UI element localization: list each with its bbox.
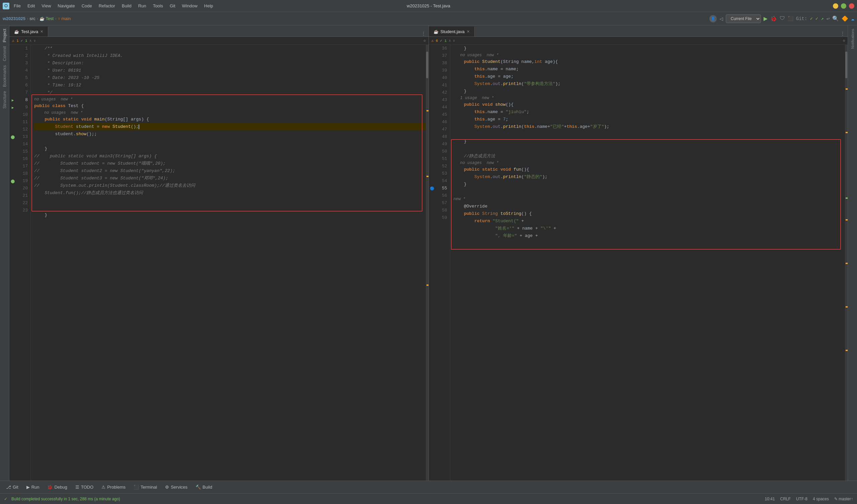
notifications-icon[interactable]: Notifications (849, 28, 856, 50)
left-toolbar-chevron-up[interactable]: ∧ (30, 38, 32, 43)
menu-refactor[interactable]: Refactor (97, 3, 118, 9)
menu-help[interactable]: Help (202, 3, 216, 9)
tab-student-java-label: Student.java (440, 29, 465, 34)
breadcrumb: w20231025 › src › ☕ Test › ⑂ main (3, 16, 71, 21)
menu-window[interactable]: Window (180, 3, 200, 9)
sidebar-item-structure[interactable]: Structure (2, 91, 7, 109)
gc-14 (10, 140, 16, 148)
undo-icon[interactable]: ↩ (826, 15, 830, 22)
sidebar-item-bookmarks[interactable]: Bookmarks (2, 65, 7, 87)
status-branch[interactable]: ✎ master↑ (834, 497, 853, 501)
rln-51: 51 (436, 155, 447, 163)
rcode-44: this.age = 7; (454, 116, 845, 123)
ln-16: 16 (16, 155, 28, 163)
maximize-button[interactable] (841, 3, 846, 9)
left-scroll-thumb[interactable] (426, 52, 428, 78)
status-indent[interactable]: 4 spaces (813, 497, 829, 501)
bc-sep3: › (55, 16, 56, 21)
profile-icon[interactable]: 👤 (709, 15, 717, 22)
right-toolbar-chevron-up[interactable]: ∧ (449, 38, 451, 43)
debug-icon[interactable]: 🐞 (770, 15, 777, 22)
git-icon[interactable]: Git: (796, 16, 807, 21)
minimize-button[interactable] (833, 3, 838, 9)
right-tab-more[interactable]: ⋮ (838, 31, 847, 36)
current-file-dropdown[interactable]: Current File (726, 14, 761, 23)
rgc-58 (429, 207, 436, 214)
right-toolbar-chevron-down[interactable]: ∨ (453, 38, 455, 43)
right-gutter: 🔵 (429, 45, 436, 481)
tab-terminal[interactable]: ⬛ Terminal (130, 483, 161, 491)
java-file-icon: ☕ (14, 30, 19, 34)
menu-view[interactable]: View (39, 3, 53, 9)
left-editor-toolbar: ⚠ 1 ✓ 1 ∧ ∨ ⚙ (10, 37, 428, 45)
ln-12: 12 (16, 126, 28, 133)
menu-code[interactable]: Code (79, 3, 95, 9)
tab-test-java[interactable]: ☕ Test.java ✕ (10, 27, 48, 36)
back-icon[interactable]: ◁ (719, 15, 723, 22)
left-toolbar-settings[interactable]: ⚙ (423, 38, 426, 43)
menu-build[interactable]: Build (119, 3, 134, 9)
rgc-55[interactable]: 🔵 (429, 185, 436, 192)
right-toolbar-settings[interactable]: ⚙ (843, 38, 845, 43)
left-toolbar-chevron-down[interactable]: ∨ (33, 38, 36, 43)
stop-icon[interactable]: ⬛ (788, 16, 793, 21)
menu-navigate[interactable]: Navigate (55, 3, 77, 9)
run-button[interactable]: ▶ (763, 14, 768, 23)
todo-tab-label: TODO (81, 485, 94, 490)
title-bar: ⬡ File Edit View Navigate Code Refactor … (0, 0, 857, 12)
tab-student-java-close[interactable]: ✕ (467, 30, 470, 34)
sidebar-item-commit[interactable]: Commit (2, 46, 7, 61)
breadcrumb-src[interactable]: src (30, 16, 35, 21)
rcode-52: } (454, 181, 845, 188)
tab-run[interactable]: ▶ Run (23, 483, 43, 491)
menu-git[interactable]: Git (167, 3, 178, 9)
cloud-icon[interactable]: ☁ (851, 15, 854, 22)
coverage-icon[interactable]: 🛡 (780, 15, 785, 22)
rym-3 (846, 219, 847, 220)
right-editor-tabs: ☕ Student.java ✕ ⋮ (429, 26, 848, 37)
status-line-ending[interactable]: CRLF (780, 497, 791, 501)
left-tab-more[interactable]: ⋮ (418, 31, 428, 36)
rcode-41: } (454, 88, 845, 95)
ln-3: 3 (16, 60, 28, 67)
breadcrumb-branch[interactable]: ⑂ main (58, 16, 71, 21)
menu-edit[interactable]: Edit (25, 3, 37, 9)
gc-8[interactable]: ▶ (10, 96, 16, 104)
rcode-hint-37: no usages new * (454, 52, 845, 58)
gc-15 (10, 148, 16, 155)
menu-tools[interactable]: Tools (151, 3, 165, 9)
rln-59: 59 (436, 214, 447, 221)
ln-8: 8 (16, 96, 28, 104)
right-scrollbar[interactable] (845, 45, 847, 481)
right-scroll-thumb[interactable] (845, 52, 847, 78)
status-encoding[interactable]: UTF-8 (796, 497, 807, 501)
bc-sep1: › (27, 16, 28, 21)
tab-services[interactable]: ⚙ Services (162, 483, 191, 491)
plugin-icon[interactable]: 🔶 (842, 15, 848, 22)
breadcrumb-folder[interactable]: ☕ Test (39, 16, 54, 21)
tab-git[interactable]: ⎇ Git (3, 483, 22, 491)
menu-run[interactable]: Run (136, 3, 149, 9)
sidebar-item-project[interactable]: Project (2, 29, 7, 42)
student-java-file-icon: ☕ (434, 30, 439, 34)
git-tab-label: Git (13, 485, 18, 490)
ln-21: 21 (16, 192, 28, 200)
git-push[interactable]: ↗ (821, 16, 824, 21)
rcode-54-hint: new * (454, 196, 845, 203)
tab-build[interactable]: 🔨 Build (192, 483, 216, 491)
tab-problems[interactable]: ⚠ Problems (98, 483, 129, 491)
gc-9[interactable]: ▶ (10, 104, 16, 111)
search-icon[interactable]: 🔍 (832, 15, 839, 22)
tab-student-java[interactable]: ☕ Student.java ✕ (429, 27, 475, 36)
breadcrumb-project[interactable]: w20231025 (3, 16, 26, 21)
left-code-content[interactable]: /** * Created with IntelliJ IDEA. * Desc… (31, 45, 426, 481)
right-code-content[interactable]: } no usages new * public Student(String … (450, 45, 845, 481)
menu-file[interactable]: File (11, 3, 23, 9)
tab-todo[interactable]: ☰ TODO (72, 483, 97, 491)
close-button[interactable] (849, 3, 854, 9)
rln-57: 57 (436, 200, 447, 207)
tab-debug[interactable]: 🐞 Debug (44, 483, 70, 491)
left-scrollbar[interactable] (426, 45, 428, 481)
tab-test-java-close[interactable]: ✕ (40, 30, 43, 34)
code-line-5: * Date: 2023 -10 -25 (34, 74, 426, 82)
